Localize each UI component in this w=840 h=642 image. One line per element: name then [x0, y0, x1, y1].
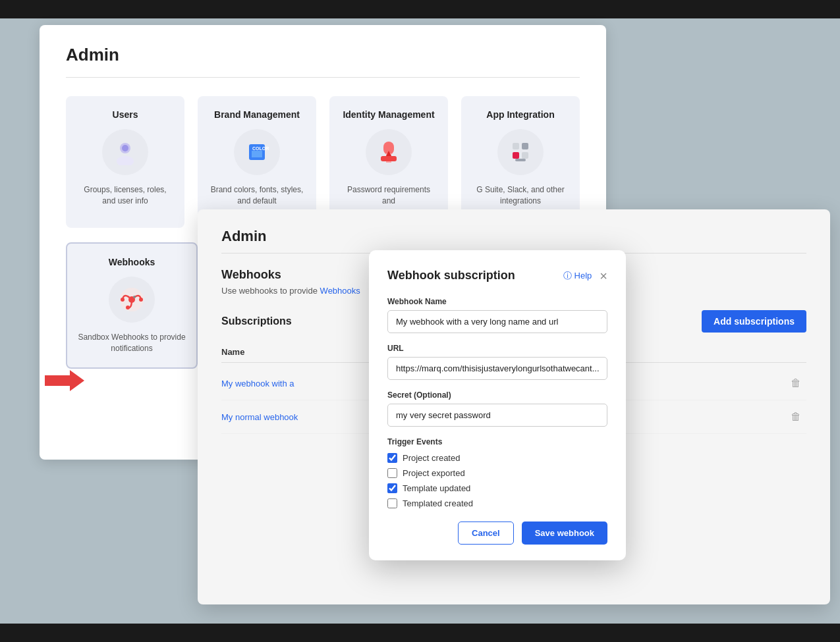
identity-icon: [374, 138, 403, 167]
checkbox-templated-created-input[interactable]: [387, 498, 397, 508]
bottom-bar: [0, 624, 840, 642]
secret-field: Secret (Optional): [387, 390, 607, 427]
trigger-events-field: Trigger Events Project created Project e…: [387, 437, 607, 508]
brand-icon: COLOR: [244, 139, 270, 165]
svg-rect-10: [513, 143, 519, 149]
svg-marker-21: [45, 370, 84, 391]
webhooks-learn-link[interactable]: Webhooks: [320, 286, 360, 296]
users-card-desc: Groups, licenses, roles, and user info: [76, 184, 174, 207]
modal-title: Webhook subscription: [387, 269, 515, 282]
svg-rect-14: [515, 159, 526, 161]
modal-header-right: ⓘ Help ×: [563, 269, 607, 282]
cancel-button[interactable]: Cancel: [458, 522, 514, 545]
checkbox-template-updated-input[interactable]: [387, 483, 397, 493]
url-field: URL: [387, 344, 607, 380]
modal-header: Webhook subscription ⓘ Help ×: [387, 269, 607, 282]
webhook-name-label: Webhook Name: [387, 297, 607, 306]
checkbox-project-created-label: Project created: [403, 453, 460, 463]
bg-admin-title: Admin: [66, 45, 580, 65]
trigger-events-label: Trigger Events: [387, 437, 607, 446]
appint-card-title: App Integration: [486, 109, 554, 120]
users-icon: [112, 139, 138, 165]
help-label: Help: [574, 271, 592, 281]
appint-icon: [506, 138, 535, 167]
webhook-name-field: Webhook Name: [387, 297, 607, 333]
webhooks-card[interactable]: Webhooks Sandbox Webhooks to provide not…: [66, 242, 198, 369]
secret-label: Secret (Optional): [387, 390, 607, 400]
webhook-name-input[interactable]: [387, 310, 607, 333]
delete-row-1-button[interactable]: 🗑: [785, 375, 806, 392]
checkbox-project-created: Project created: [387, 453, 607, 463]
users-card-icon: [102, 129, 148, 175]
checkbox-template-updated: Template updated: [387, 483, 607, 493]
subscriptions-title: Subscriptions: [221, 315, 292, 327]
fg-admin-title: Admin: [221, 228, 806, 245]
svg-rect-11: [522, 143, 528, 149]
red-arrow: [45, 369, 84, 392]
checkbox-templated-created-label: Templated created: [403, 498, 473, 508]
svg-point-19: [126, 306, 130, 309]
svg-point-1: [117, 156, 134, 165]
admin-card-brand[interactable]: Brand Management COLOR Brand colors, fon…: [198, 96, 316, 228]
svg-rect-13: [522, 152, 528, 159]
checkbox-template-updated-label: Template updated: [403, 483, 470, 493]
admin-cards: Users Groups, licenses, roles, and user …: [66, 96, 580, 228]
webhooks-card-desc: Sandbox Webhooks to provide notification…: [78, 332, 186, 354]
save-webhook-button[interactable]: Save webhook: [522, 522, 607, 545]
svg-text:COLOR: COLOR: [252, 146, 269, 151]
webhooks-card-icon: [109, 277, 155, 323]
svg-rect-4: [252, 151, 262, 157]
help-circle-icon: ⓘ: [563, 270, 572, 282]
svg-rect-12: [513, 152, 519, 159]
svg-point-20: [133, 296, 136, 298]
appint-card-icon: [497, 129, 544, 175]
users-card-title: Users: [113, 109, 138, 120]
svg-point-2: [122, 145, 128, 151]
svg-point-17: [121, 298, 125, 302]
brand-card-desc: Brand colors, fonts, styles, and default: [208, 184, 306, 207]
appint-card-desc: G Suite, Slack, and other integrations: [472, 184, 569, 207]
url-input[interactable]: [387, 357, 607, 380]
help-link[interactable]: ⓘ Help: [563, 270, 592, 282]
admin-card-identity[interactable]: Identity Management Password requirement…: [329, 96, 448, 228]
checkbox-project-exported-input[interactable]: [387, 468, 397, 478]
checkbox-project-exported: Project exported: [387, 468, 607, 478]
identity-card-title: Identity Management: [343, 109, 434, 120]
svg-point-18: [139, 298, 143, 302]
admin-card-users[interactable]: Users Groups, licenses, roles, and user …: [66, 96, 184, 228]
fg-desc-text: Use webhooks to provide: [221, 286, 318, 296]
modal-close-button[interactable]: ×: [600, 269, 607, 282]
arrow-icon: [45, 369, 84, 392]
checkbox-templated-created: Templated created: [387, 498, 607, 508]
identity-card-desc: Password requirements and: [340, 184, 437, 207]
identity-card-icon: [366, 129, 412, 175]
url-label: URL: [387, 344, 607, 353]
brand-card-title: Brand Management: [214, 109, 300, 120]
checkbox-project-created-input[interactable]: [387, 453, 397, 463]
bg-panel-divider: [66, 77, 580, 78]
modal-footer: Cancel Save webhook: [387, 522, 607, 545]
secret-input[interactable]: [387, 404, 607, 427]
top-bar: [0, 0, 840, 18]
admin-card-appint[interactable]: App Integration G Suite, Slack, and othe…: [461, 96, 580, 228]
webhook-subscription-modal: Webhook subscription ⓘ Help × Webhook Na…: [369, 250, 626, 560]
webhook-icon: [117, 285, 146, 314]
svg-rect-8: [381, 156, 397, 161]
delete-row-2-button[interactable]: 🗑: [785, 408, 806, 425]
brand-card-icon: COLOR: [234, 129, 280, 175]
add-subscriptions-button[interactable]: Add subscriptions: [702, 310, 806, 333]
webhooks-card-title: Webhooks: [109, 257, 155, 267]
checkbox-project-exported-label: Project exported: [403, 468, 465, 478]
